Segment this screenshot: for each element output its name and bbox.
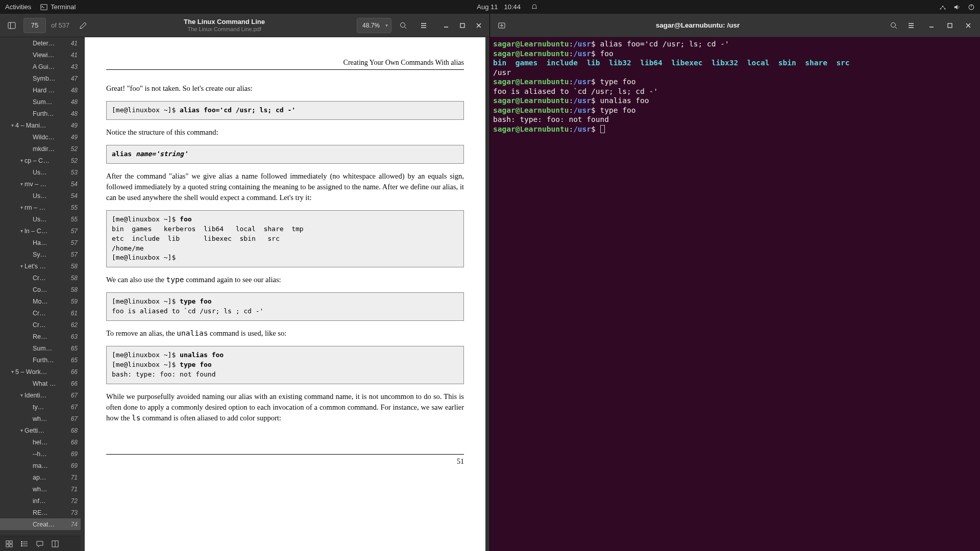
terminal-search-button[interactable]: [885, 17, 902, 34]
outline-item-page: 67: [68, 392, 78, 399]
power-icon[interactable]: [968, 4, 975, 11]
outline-item[interactable]: Sum…65: [0, 342, 81, 354]
outline-item[interactable]: ▾ln – C…57: [0, 225, 81, 237]
hamburger-icon: [907, 21, 915, 30]
outline-item[interactable]: Ha…57: [0, 237, 81, 248]
outline-item-label: inf…: [33, 497, 68, 505]
network-icon[interactable]: [939, 4, 946, 11]
outline-item[interactable]: ▾Identi…67: [0, 389, 81, 401]
outline-item[interactable]: Cr…61: [0, 307, 81, 319]
outline-item[interactable]: RE…73: [0, 507, 81, 518]
outline-item[interactable]: Us…55: [0, 213, 81, 225]
outline-item[interactable]: Us…54: [0, 190, 81, 202]
outline-item[interactable]: ▾mv – …54: [0, 178, 81, 190]
new-tab-button[interactable]: [493, 17, 510, 34]
outline-item[interactable]: Deter…41: [0, 37, 81, 49]
outline-item[interactable]: ▾rm – …55: [0, 202, 81, 213]
outline-item-label: RE…: [33, 509, 68, 516]
bookmarks-view-button[interactable]: [48, 537, 62, 550]
svg-point-24: [21, 541, 22, 542]
outline-item[interactable]: Furth…48: [0, 108, 81, 119]
volume-icon[interactable]: [953, 4, 961, 11]
outline-item[interactable]: Wildc…49: [0, 131, 81, 143]
search-button[interactable]: [395, 17, 412, 34]
minimize-button[interactable]: [438, 18, 454, 33]
maximize-button[interactable]: [455, 18, 470, 33]
outline-item[interactable]: ▾Getti…68: [0, 424, 81, 436]
outline-item[interactable]: Mo…59: [0, 295, 81, 307]
pdf-page-viewport[interactable]: Creating Your Own Commands With alias Gr…: [81, 37, 489, 551]
outline-item[interactable]: --h…69: [0, 448, 81, 460]
hamburger-icon: [420, 21, 428, 30]
clock[interactable]: Aug 11 10:44: [76, 3, 939, 11]
outline-item-label: hel…: [33, 439, 68, 446]
outline-item[interactable]: What …66: [0, 378, 81, 389]
outline-item[interactable]: Us…53: [0, 166, 81, 178]
outline-item[interactable]: Symb…47: [0, 72, 81, 84]
outline-view-button[interactable]: [17, 537, 32, 550]
active-app-indicator[interactable]: Terminal: [40, 3, 76, 11]
zoom-selector[interactable]: 48.7%: [357, 18, 391, 33]
terminal-output[interactable]: sagar@Learnubuntu:/usr$ alias foo='cd /u…: [490, 37, 980, 551]
terminal-minimize-button[interactable]: [923, 17, 940, 34]
sidebar-toggle-button[interactable]: [3, 17, 20, 34]
terminal-menu-button[interactable]: [902, 17, 920, 34]
svg-point-25: [21, 543, 22, 544]
outline-item-label: Getti…: [24, 427, 68, 434]
maximize-icon: [458, 21, 467, 30]
terminal-close-button[interactable]: [960, 17, 977, 34]
annotate-button[interactable]: [75, 17, 92, 34]
outline-item-label: Mo…: [33, 298, 68, 305]
outline-item-page: 69: [68, 450, 78, 458]
outline-item[interactable]: Cr…58: [0, 272, 81, 284]
list-icon: [20, 540, 29, 548]
page-header: Creating Your Own Commands With alias: [106, 37, 464, 70]
outline-item[interactable]: ▾Let's …58: [0, 260, 81, 272]
code-block: [me@linuxbox ~]$ foo bin games kerberos …: [106, 210, 464, 267]
activities-button[interactable]: Activities: [5, 3, 31, 11]
annotations-view-button[interactable]: [33, 537, 47, 550]
outline-item[interactable]: ty…67: [0, 401, 81, 413]
outline-item[interactable]: Viewi…41: [0, 49, 81, 61]
page-number-input[interactable]: [23, 18, 46, 33]
outline-item[interactable]: ap…71: [0, 471, 81, 483]
outline-item-label: Cr…: [33, 310, 68, 317]
outline-item[interactable]: Sum…48: [0, 96, 81, 108]
outline-item[interactable]: ▾cp – C…52: [0, 155, 81, 166]
gnome-topbar: Activities Terminal Aug 11 10:44: [0, 0, 980, 14]
outline-item-label: Wildc…: [33, 134, 68, 141]
outline-item-page: 63: [68, 333, 78, 340]
outline-item[interactable]: ▾4 – Mani…49: [0, 119, 81, 131]
outline-item[interactable]: hel…68: [0, 436, 81, 448]
svg-rect-0: [41, 4, 47, 10]
outline-item[interactable]: Cr…62: [0, 319, 81, 331]
outline-item[interactable]: Creat…74: [0, 518, 81, 530]
outline-item[interactable]: ▾5 – Work…66: [0, 366, 81, 378]
outline-item[interactable]: A Gui…43: [0, 61, 81, 72]
outline-item-label: wh…: [33, 486, 68, 493]
outline-item-page: 59: [68, 298, 78, 305]
outline-item-label: Cr…: [33, 321, 68, 329]
outline-item[interactable]: Re…63: [0, 331, 81, 342]
outline-item-page: 62: [68, 321, 78, 329]
outline-item[interactable]: ma…69: [0, 460, 81, 471]
outline-item[interactable]: Co…58: [0, 284, 81, 295]
outline-item[interactable]: Hard …48: [0, 84, 81, 96]
minimize-icon: [442, 21, 450, 30]
outline-item-page: 68: [68, 427, 78, 434]
outline-item[interactable]: wh…67: [0, 413, 81, 424]
outline-item[interactable]: Sy…57: [0, 248, 81, 260]
outline-item[interactable]: wh…71: [0, 483, 81, 495]
outline-item[interactable]: Furth…65: [0, 354, 81, 366]
maximize-icon: [946, 21, 954, 30]
body-text: We can also use the type command again t…: [106, 274, 464, 285]
chevron-down-icon: ▾: [18, 205, 24, 210]
outline-item-page: 66: [68, 368, 78, 375]
outline-item-page: 71: [68, 486, 78, 493]
outline-item[interactable]: mkdir…52: [0, 143, 81, 155]
menu-button[interactable]: [415, 17, 432, 34]
thumbnails-view-button[interactable]: [2, 537, 16, 550]
close-button[interactable]: [471, 18, 486, 33]
outline-item[interactable]: inf…72: [0, 495, 81, 507]
terminal-maximize-button[interactable]: [941, 17, 959, 34]
